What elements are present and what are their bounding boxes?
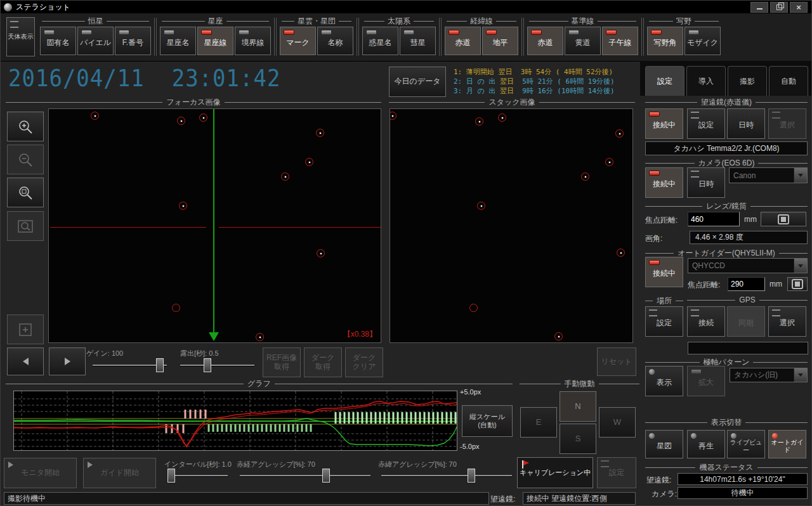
zoom-out-button[interactable]	[7, 145, 44, 174]
star-marker	[305, 158, 313, 166]
fov-value-field: 4.46 × 2.98 度	[690, 231, 808, 244]
dec-slider-thumb[interactable]	[468, 469, 475, 483]
zoom-actual-button[interactable]	[7, 178, 44, 207]
guide-start-button[interactable]: ガイド開始	[83, 458, 156, 488]
interval-slider-thumb[interactable]	[167, 469, 175, 483]
move-west-button[interactable]: W	[599, 407, 636, 438]
toolbar-button[interactable]: 惑星名	[362, 27, 398, 55]
tab-goto[interactable]: 導入	[686, 66, 726, 96]
telescope-connect-button[interactable]: 接続中	[645, 108, 683, 139]
view-starchart-button[interactable]: 星図	[645, 430, 683, 458]
dark-acquire-button[interactable]: ダーク取得	[304, 347, 342, 377]
view-playback-button[interactable]: 再生	[687, 430, 725, 458]
toolbar-button[interactable]: 彗星	[400, 27, 436, 55]
autoguider-focal-input[interactable]: 290	[728, 277, 765, 291]
move-east-button[interactable]: E	[520, 407, 557, 438]
toolbar-button[interactable]: 地平	[482, 27, 518, 55]
gain-slider[interactable]	[93, 358, 167, 372]
star-marker	[475, 117, 483, 126]
prev-image-button[interactable]	[7, 347, 44, 375]
reset-button[interactable]: リセット	[597, 347, 636, 376]
toggle-led	[449, 30, 459, 35]
monitor-start-button[interactable]: モニタ開始	[4, 458, 77, 488]
autoguider-focal-label: 焦点距離:	[688, 280, 720, 290]
tab-auto[interactable]: 自動	[769, 66, 808, 96]
focus-image-panel[interactable]: 【x0.38】	[48, 108, 381, 343]
star-marker	[605, 158, 613, 166]
minimize-button[interactable]	[750, 2, 768, 13]
main-toolbar: 天体表示 恒星固有名バイエルF.番号星座星座名星座線境界線星雲・星団マーク名称太…	[1, 13, 811, 62]
polar-pattern-dropdown[interactable]: タカハシ(旧)	[730, 368, 808, 382]
exposure-slider-thumb[interactable]	[204, 358, 211, 372]
camera-datetime-button[interactable]: 日時	[687, 167, 725, 198]
gain-slider-thumb[interactable]	[156, 358, 164, 372]
toolbar-button[interactable]: 星座名	[160, 27, 196, 55]
calibration-status-button[interactable]: キャリブレーション中	[517, 457, 593, 488]
telescope-device-field: タカハシ Temma2/2 Jr.(COM8)	[645, 141, 808, 155]
toolbar-button[interactable]: 固有名	[40, 27, 76, 55]
lens-section-title: レンズ/鏡筒	[645, 201, 808, 212]
gps-sync-button[interactable]: 同期	[727, 306, 765, 337]
toolbar-button[interactable]: 赤道	[527, 27, 563, 55]
today-data-button[interactable]: 今日のデータ	[389, 67, 446, 97]
button-lines-icon	[601, 460, 609, 467]
ref-image-button[interactable]: REF画像取得	[263, 347, 301, 377]
star-marker	[617, 249, 625, 257]
toolbar-button[interactable]: モザイク	[684, 27, 721, 55]
vertical-scale-auto-button[interactable]: 縦スケール(自動)	[462, 405, 513, 437]
view-autoguide-button[interactable]: オートガイド	[768, 430, 806, 458]
ra-slider-thumb[interactable]	[322, 469, 330, 483]
polar-zoom-button[interactable]: 拡大	[687, 366, 725, 396]
telescope-settings-button[interactable]: 設定	[687, 108, 725, 139]
left-arrow-icon	[23, 358, 29, 365]
gps-select-button[interactable]: 選択	[768, 306, 806, 337]
exposure-slider[interactable]	[180, 358, 254, 372]
stack-image-panel[interactable]	[390, 108, 633, 343]
ra-aggressiveness-slider[interactable]	[240, 469, 370, 483]
camera-maker-dropdown[interactable]: Canon	[729, 167, 808, 183]
zoom-region-button[interactable]	[7, 211, 44, 241]
location-settings-button[interactable]: 設定	[645, 306, 683, 337]
guide-settings-button[interactable]: 設定	[597, 457, 636, 488]
toolbar-button[interactable]: 黄道	[565, 27, 601, 55]
telescope-datetime-button[interactable]: 日時	[727, 108, 765, 139]
view-liveview-button[interactable]: ライブビュー	[727, 430, 765, 458]
next-image-button[interactable]	[49, 347, 86, 375]
device-status-camera-label: カメラ:	[652, 489, 677, 500]
add-marker-button[interactable]	[7, 315, 44, 344]
toolbar-button[interactable]: バイエル	[77, 27, 114, 55]
interval-slider[interactable]	[167, 469, 228, 483]
today-data-rows: 1: 薄明開始 翌日 3時 54分 ( 4時間 52分後)2: 日 の 出 翌日…	[454, 67, 641, 96]
autoguider-device-dropdown[interactable]: QHYCCD	[688, 258, 808, 273]
restore-button[interactable]	[770, 2, 788, 13]
autoguider-calc-button[interactable]	[787, 277, 808, 291]
celestial-display-button[interactable]: 天体表示	[6, 17, 35, 56]
move-north-button[interactable]: N	[560, 391, 596, 422]
focal-length-input[interactable]: 460	[688, 212, 740, 226]
dark-clear-button[interactable]: ダーククリア	[345, 347, 383, 377]
autoguider-connect-button[interactable]: 接続中	[645, 257, 683, 287]
toggle-led	[688, 30, 699, 35]
move-south-button[interactable]: S	[560, 424, 596, 454]
toolbar-button[interactable]: F.番号	[115, 27, 151, 55]
focal-length-label: 焦点距離:	[645, 215, 678, 226]
close-button[interactable]: ×	[790, 2, 808, 13]
ra-aggressiveness-label: 赤経アグレッシブ[%]: 70	[237, 460, 315, 469]
toolbar-button[interactable]: 赤道	[445, 27, 481, 55]
toolbar-button[interactable]: 名称	[317, 27, 353, 55]
tab-shooting[interactable]: 撮影	[728, 66, 767, 96]
gps-connect-button[interactable]: 接続	[687, 306, 725, 337]
toolbar-button[interactable]: 写野角	[647, 27, 683, 55]
toolbar-button[interactable]: 境界線	[235, 27, 271, 55]
focal-length-calc-button[interactable]	[761, 212, 806, 226]
button-lines-icon	[691, 171, 699, 178]
telescope-select-button[interactable]: 選択	[768, 108, 806, 139]
zoom-in-button[interactable]	[7, 112, 44, 141]
camera-connect-button[interactable]: 接続中	[645, 167, 683, 198]
toolbar-button[interactable]: 子午線	[602, 27, 638, 55]
dec-aggressiveness-slider[interactable]	[381, 469, 512, 483]
toolbar-button[interactable]: マーク	[280, 27, 316, 55]
toolbar-button[interactable]: 星座線	[197, 27, 233, 55]
tab-settings[interactable]: 設定	[645, 66, 684, 96]
polar-show-button[interactable]: 表示	[645, 366, 683, 396]
